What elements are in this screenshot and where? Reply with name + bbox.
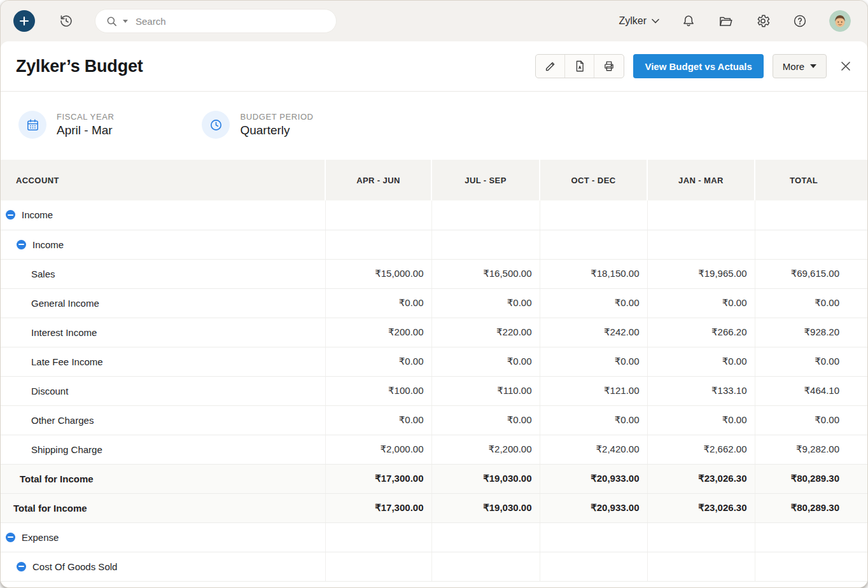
app-window: Zylker [0,0,868,588]
amount-cell: ₹19,030.00 [431,493,540,522]
amount-cell: ₹18,150.00 [540,259,647,288]
edit-budget-button[interactable] [536,55,565,78]
amount-cell: ₹266.20 [647,318,755,347]
view-budget-vs-actuals-button[interactable]: View Budget vs Actuals [633,54,763,78]
user-avatar[interactable] [829,10,851,32]
org-name: Zylker [619,15,647,27]
header-icon-button-group [535,54,624,78]
account-name: Late Fee Income [31,356,103,367]
amount-cell: ₹17,300.00 [325,464,431,493]
account-name: Income [22,209,53,220]
table-row: Sales₹15,000.00₹16,500.00₹18,150.00₹19,9… [1,259,868,288]
table-row: Discount₹100.00₹110.00₹121.00₹133.10₹464… [1,376,868,405]
amount-cell: ₹100.00 [325,376,431,405]
account-name: Expense [22,532,59,543]
amount-cell: ₹19,030.00 [431,464,540,493]
budget-period-label: BUDGET PERIOD [240,112,313,122]
topbar-right: Zylker [619,10,851,32]
page-header: Zylker’s Budget [1,41,867,92]
amount-cell [540,230,647,259]
amount-cell [540,522,647,552]
account-name: Shipping Charge [31,444,102,455]
amount-cell [647,552,755,581]
table-row: Income [1,230,868,259]
print-button[interactable] [594,55,624,78]
amount-cell: ₹23,026.30 [647,493,755,522]
amount-cell [431,230,540,259]
amount-cell: ₹0.00 [540,405,647,435]
notifications-bell-icon[interactable] [681,13,696,29]
amount-cell [325,230,431,259]
calendar-icon [18,111,46,139]
table-row: Cost Of Goods Sold [1,552,868,581]
search-input[interactable] [136,16,326,27]
close-button[interactable] [839,60,852,73]
documents-folder-icon[interactable] [718,13,734,29]
amount-cell [647,200,755,230]
amount-cell: ₹0.00 [540,288,647,318]
settings-gear-icon[interactable] [755,13,771,29]
table-row: Late Fee Income₹0.00₹0.00₹0.00₹0.00₹0.00 [1,347,868,376]
table-row: Total for Income₹17,300.00₹19,030.00₹20,… [1,493,868,522]
budget-meta: FISCAL YEAR April - Mar BUDGET PERIOD Qu… [1,92,867,160]
amount-cell: ₹110.00 [431,376,540,405]
amount-cell: ₹0.00 [647,347,755,376]
account-name: General Income [31,298,99,309]
collapse-toggle-icon[interactable] [6,210,15,220]
amount-cell: ₹0.00 [647,288,755,318]
budget-page: Zylker’s Budget [1,41,867,588]
amount-cell [325,522,431,552]
amount-cell: ₹20,933.00 [540,464,647,493]
amount-cell: ₹15,000.00 [325,259,431,288]
recent-history-icon[interactable] [58,13,74,29]
table-row: Income [1,200,868,230]
amount-cell: ₹2,420.00 [540,435,647,464]
pencil-icon [543,59,557,73]
amount-cell: ₹0.00 [647,405,755,435]
help-question-icon[interactable] [792,13,808,29]
more-button[interactable]: More [773,54,827,78]
amount-cell: ₹0.00 [431,405,540,435]
collapse-toggle-icon[interactable] [17,240,26,249]
column-header: TOTAL [755,160,868,200]
amount-cell: ₹133.10 [647,376,755,405]
amount-cell: ₹121.00 [540,376,647,405]
chevron-down-icon [652,18,659,24]
pdf-document-icon [573,59,587,73]
fiscal-year-label: FISCAL YEAR [57,112,114,122]
amount-cell: ₹2,662.00 [647,435,755,464]
amount-cell: ₹80,289.30 [755,464,868,493]
search-scope-caret-icon[interactable] [123,20,128,23]
budget-period-value: Quarterly [240,123,313,137]
org-switcher[interactable]: Zylker [619,15,659,27]
amount-cell: ₹16,500.00 [431,259,540,288]
budget-period-group: BUDGET PERIOD Quarterly [202,111,313,139]
plus-icon [18,15,30,27]
budget-table-body: IncomeIncomeSales₹15,000.00₹16,500.00₹18… [1,200,868,581]
amount-cell [431,200,540,230]
amount-cell: ₹0.00 [540,347,647,376]
table-row: General Income₹0.00₹0.00₹0.00₹0.00₹0.00 [1,288,868,318]
amount-cell [431,522,540,552]
account-name: Interest Income [31,327,97,338]
clock-icon [202,111,230,139]
amount-cell [755,522,868,552]
global-search[interactable] [95,9,337,33]
table-header-row: ACCOUNTAPR - JUNJUL - SEPOCT - DECJAN - … [1,160,868,200]
amount-cell [540,200,647,230]
collapse-toggle-icon[interactable] [17,562,26,571]
export-pdf-button[interactable] [565,55,594,78]
amount-cell [755,200,868,230]
quick-create-button[interactable] [13,10,35,32]
table-row: Expense [1,522,868,552]
amount-cell: ₹242.00 [540,318,647,347]
fiscal-year-value: April - Mar [57,123,114,137]
amount-cell: ₹23,026.30 [647,464,755,493]
column-header: OCT - DEC [540,160,647,200]
amount-cell: ₹220.00 [431,318,540,347]
account-name: Total for Income [20,473,94,484]
collapse-toggle-icon[interactable] [6,533,15,542]
table-row: Total for Income₹17,300.00₹19,030.00₹20,… [1,464,868,493]
column-header: JUL - SEP [431,160,540,200]
header-actions: View Budget vs Actuals More [535,54,852,78]
